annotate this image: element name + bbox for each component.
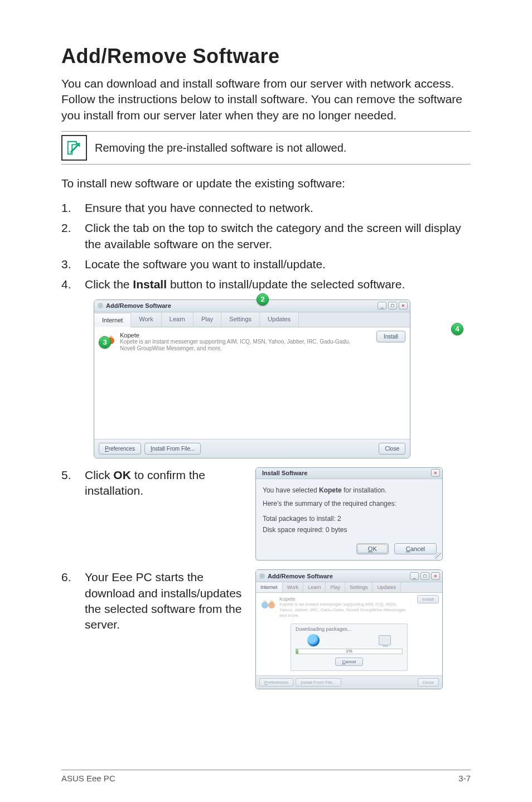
tab-learn[interactable]: Learn xyxy=(303,582,326,592)
tab-work[interactable]: Work xyxy=(131,312,161,327)
footer-left: ASUS Eee PC xyxy=(61,774,115,783)
window-title: Add/Remove Software xyxy=(106,302,171,309)
resize-grip[interactable] xyxy=(434,552,441,559)
page-heading: Add/Remove Software xyxy=(61,45,471,68)
intro-text: You can download and install software fr… xyxy=(61,76,471,123)
computer-icon xyxy=(379,635,391,645)
software-name: Kopete xyxy=(120,332,354,339)
software-description: Kopete is an instant messenger supportin… xyxy=(279,602,408,618)
step-text: Click the tab on the top to switch the c… xyxy=(85,220,471,252)
install-from-file-button[interactable]: Install From File... xyxy=(144,443,201,455)
progress-bar: 1% xyxy=(296,649,403,654)
minimize-button[interactable]: _ xyxy=(410,572,419,580)
maximize-button[interactable]: □ xyxy=(420,572,429,580)
tab-internet[interactable]: Internet xyxy=(256,582,283,592)
dialog-close-button[interactable]: × xyxy=(431,469,440,477)
step-5: 5. Click OK to confirm the installation. xyxy=(61,467,245,499)
step-4: 4. Click the Install button to install/u… xyxy=(61,277,471,292)
preferences-button[interactable]: PPreferencesreferences xyxy=(99,443,141,455)
tab-learn[interactable]: Learn xyxy=(162,312,194,327)
note-text: Removing the pre-installed software is n… xyxy=(95,142,346,154)
window-close-button[interactable]: × xyxy=(399,302,408,310)
category-tabs: Internet Work Learn Play Settings Update… xyxy=(94,312,410,327)
step-num: 4. xyxy=(61,277,85,292)
step-3: 3. Locate the software you want to insta… xyxy=(61,257,471,272)
app-icon xyxy=(98,303,103,308)
install-from-file-button: Install From File... xyxy=(296,678,341,687)
step-1: 1. Ensure that you have connected to net… xyxy=(61,200,471,216)
step-text: Your Eee PC starts the download and inst… xyxy=(85,569,245,632)
note-row: Removing the pre-installed software is n… xyxy=(61,131,471,165)
kopete-icon xyxy=(260,596,276,612)
tab-updates[interactable]: Updates xyxy=(373,582,401,592)
install-button[interactable]: Install xyxy=(376,331,405,342)
dialog-titlebar: Install Software × xyxy=(256,468,442,479)
software-name: Kopete xyxy=(279,596,408,602)
tab-play[interactable]: Play xyxy=(194,312,221,327)
callout-badge-3: 3 xyxy=(99,336,111,349)
total-packages: Total packages to install: 2 xyxy=(263,513,436,524)
minimize-button[interactable]: _ xyxy=(378,302,386,310)
maximize-button[interactable]: □ xyxy=(388,302,397,310)
step-text-bold: OK xyxy=(113,468,131,481)
step-text-post: button to install/update the selected so… xyxy=(167,278,405,291)
download-panel: Downloading packages... 1% Cancel xyxy=(291,624,408,671)
note-icon xyxy=(61,135,87,161)
window-title: Add/Remove Software xyxy=(268,573,333,579)
titlebar: Add/Remove Software _ □ × xyxy=(94,300,410,312)
app-icon xyxy=(259,573,265,579)
close-button[interactable]: Close xyxy=(379,443,405,455)
step-num: 2. xyxy=(61,220,85,252)
progress-percent: 1% xyxy=(346,649,352,654)
titlebar: Add/Remove Software _ □ × xyxy=(256,570,442,582)
cancel-download-button[interactable]: Cancel xyxy=(335,658,364,666)
summary-text: Here's the summary of the required chang… xyxy=(263,498,436,509)
callout-badge-2: 2 xyxy=(257,293,269,306)
footer-right: 3-7 xyxy=(458,774,471,783)
tab-updates[interactable]: Updates xyxy=(260,312,299,327)
tab-play[interactable]: Play xyxy=(326,582,345,592)
step-text-pre: Click xyxy=(85,468,113,481)
install-button: Install xyxy=(417,595,439,603)
step-text-pre: Click the xyxy=(85,278,133,291)
lead-text: To install new software or update the ex… xyxy=(61,177,471,190)
step-num: 6. xyxy=(61,569,85,632)
step-num: 3. xyxy=(61,257,85,272)
step-text: Click OK to confirm the installation. xyxy=(85,467,245,499)
step-num: 5. xyxy=(61,467,85,499)
ok-button[interactable]: OK xyxy=(356,543,389,554)
tab-internet[interactable]: Internet xyxy=(94,313,131,327)
downloading-window: Add/Remove Software _ □ × Internet Work … xyxy=(255,569,443,689)
add-remove-window: Add/Remove Software _ □ × Internet Work … xyxy=(94,299,410,458)
step-text-bold: Install xyxy=(133,278,167,291)
close-button[interactable]: Close xyxy=(418,678,439,687)
step-text: Click the Install button to install/upda… xyxy=(85,277,471,292)
download-title: Downloading packages... xyxy=(296,626,403,632)
install-software-dialog: Install Software × You have selected Kop… xyxy=(255,467,443,561)
cancel-button[interactable]: Cancel xyxy=(394,543,437,554)
tab-settings[interactable]: Settings xyxy=(345,582,373,592)
step-num: 1. xyxy=(61,200,85,216)
window-footer: Preferences Install From File... Close xyxy=(256,675,442,689)
step-text: Locate the software you want to install/… xyxy=(85,257,471,272)
page-footer: ASUS Eee PC 3-7 xyxy=(61,770,471,783)
tab-settings[interactable]: Settings xyxy=(221,312,260,327)
preferences-button: Preferences xyxy=(259,678,293,687)
window-close-button[interactable]: × xyxy=(431,572,440,580)
step-text: Ensure that you have connected to networ… xyxy=(85,200,471,216)
globe-icon xyxy=(307,634,320,646)
step-2: 2. Click the tab on the top to switch th… xyxy=(61,220,471,252)
software-description: Kopete is an instant messenger supportin… xyxy=(120,339,354,352)
step-6: 6. Your Eee PC starts the download and i… xyxy=(61,569,245,632)
disk-space: Disk space required: 0 bytes xyxy=(263,524,436,535)
tab-work[interactable]: Work xyxy=(283,582,304,592)
selected-text: You have selected Kopete for installatio… xyxy=(263,485,436,496)
window-footer: PPreferencesreferences Install From File… xyxy=(94,439,410,458)
software-list: Kopete Kopete is an instant messenger su… xyxy=(94,327,410,439)
dialog-title: Install Software xyxy=(262,470,307,476)
category-tabs: Internet Work Learn Play Settings Update… xyxy=(256,582,442,593)
callout-badge-4: 4 xyxy=(451,323,463,335)
software-item[interactable]: Kopete Kopete is an instant messenger su… xyxy=(100,332,404,352)
software-item: Kopete Kopete is an instant messenger su… xyxy=(260,596,438,618)
